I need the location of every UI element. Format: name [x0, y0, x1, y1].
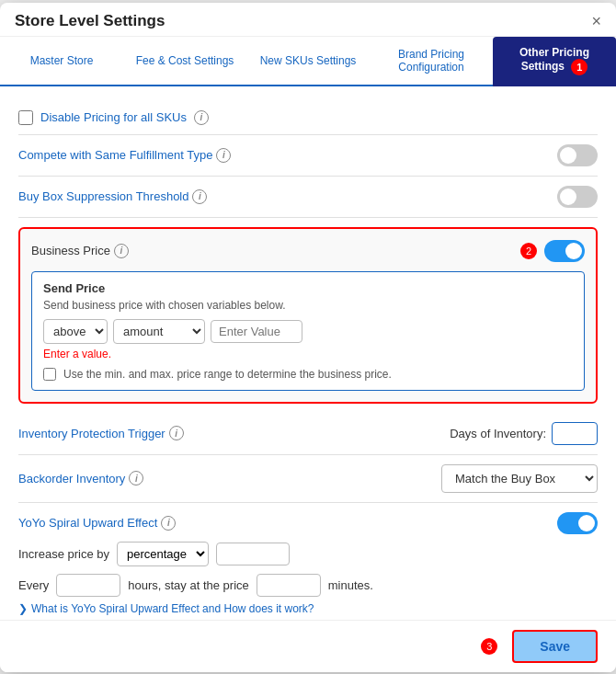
buybox-suppression-label: Buy Box Suppression Threshold i: [18, 189, 207, 204]
hours-input[interactable]: 12: [56, 574, 120, 597]
yoyo-section: YoYo Spiral Upward Effect i Increase pri…: [18, 503, 598, 620]
footer-badge: 3: [481, 638, 497, 655]
store-level-settings-modal: Store Level Settings × Master Store Fee …: [0, 3, 616, 672]
error-text: Enter a value.: [43, 348, 573, 360]
disable-pricing-info-icon[interactable]: i: [194, 110, 209, 125]
min-max-checkbox[interactable]: [43, 368, 56, 381]
backorder-info-icon[interactable]: i: [129, 471, 143, 486]
business-price-info-icon[interactable]: i: [114, 244, 129, 258]
business-price-header: Business Price i 2: [31, 240, 585, 262]
tab-master-store[interactable]: Master Store: [0, 37, 123, 86]
tab-fee-cost[interactable]: Fee & Cost Settings: [123, 37, 246, 86]
send-price-controls: above below at amount percentage: [43, 319, 573, 344]
yoyo-slider: [557, 512, 598, 534]
buybox-toggle[interactable]: [557, 186, 598, 208]
days-inventory: Days of Inventory: 5: [450, 422, 598, 445]
buybox-suppression-row: Buy Box Suppression Threshold i: [18, 177, 598, 218]
send-price-sub: Send business price with chosen variable…: [43, 299, 573, 312]
buybox-info-icon[interactable]: i: [192, 189, 207, 204]
tab-brand-pricing[interactable]: Brand Pricing Configuration: [370, 37, 493, 86]
compete-fulfillment-row: Compete with Same Fulfillment Type i: [18, 135, 598, 177]
backorder-label: Backorder Inventory i: [18, 471, 143, 486]
modal-body: Disable Pricing for all SKUs i Compete w…: [0, 86, 616, 620]
enter-value-input[interactable]: [211, 320, 302, 343]
compete-fulfillment-label: Compete with Same Fulfillment Type i: [18, 148, 231, 163]
yoyo-link[interactable]: ❯ What is YoYo Spiral Upward Effect and …: [18, 602, 598, 615]
amount-select[interactable]: amount percentage: [113, 319, 205, 344]
yoyo-increase-row: Increase price by percentage amount 10.0…: [18, 542, 598, 566]
backorder-select[interactable]: Match the Buy Box Other Option 1: [441, 464, 598, 493]
business-price-label: Business Price i: [31, 244, 129, 258]
business-price-toggle[interactable]: [544, 240, 585, 262]
modal-footer: 3 Save: [0, 620, 616, 672]
yoyo-toggle[interactable]: [557, 512, 598, 534]
send-price-box: Send Price Send business price with chos…: [31, 271, 585, 391]
buybox-slider: [557, 186, 598, 208]
min-max-check: Use the min. and max. price range to det…: [43, 368, 573, 381]
tab-other-pricing[interactable]: Other Pricing Settings 1: [493, 37, 616, 86]
inventory-info-icon[interactable]: i: [169, 426, 184, 440]
tab-new-skus[interactable]: New SKUs Settings: [246, 37, 370, 86]
yoyo-hours-row: Every 12 hours, stay at the price 20 min…: [18, 574, 598, 597]
percentage-value-input[interactable]: 10.00%: [216, 543, 290, 565]
modal-title: Store Level Settings: [15, 12, 165, 30]
compete-toggle[interactable]: [557, 144, 598, 166]
business-price-section: Business Price i 2 Send Price Send busin…: [18, 227, 598, 404]
disable-pricing-checkbox[interactable]: [18, 110, 33, 125]
business-price-badge: 2: [520, 243, 537, 259]
percentage-select[interactable]: percentage amount: [117, 542, 209, 566]
send-price-title: Send Price: [43, 281, 573, 295]
inventory-protection-label: Inventory Protection Trigger i: [18, 426, 184, 440]
close-button[interactable]: ×: [591, 13, 601, 29]
backorder-row: Backorder Inventory i Match the Buy Box …: [18, 455, 598, 503]
compete-info-icon[interactable]: i: [216, 148, 231, 163]
disable-pricing-label[interactable]: Disable Pricing for all SKUs i: [18, 110, 209, 125]
disable-pricing-row: Disable Pricing for all SKUs i: [18, 101, 598, 135]
modal-header: Store Level Settings ×: [0, 3, 616, 37]
yoyo-header: YoYo Spiral Upward Effect i: [18, 512, 598, 534]
above-select[interactable]: above below at: [43, 319, 108, 344]
inventory-protection-row: Inventory Protection Trigger i Days of I…: [18, 413, 598, 455]
backorder-select-wrapper: Match the Buy Box Other Option 1: [441, 464, 598, 493]
tab-bar: Master Store Fee & Cost Settings New SKU…: [0, 37, 616, 86]
yoyo-label: YoYo Spiral Upward Effect i: [18, 516, 176, 531]
business-price-slider: [544, 240, 585, 262]
minutes-input[interactable]: 20: [257, 574, 321, 597]
tab-other-pricing-badge: 1: [571, 59, 587, 75]
save-button[interactable]: Save: [512, 630, 598, 663]
days-value-input[interactable]: 5: [552, 422, 598, 445]
compete-slider: [557, 144, 598, 166]
yoyo-info-icon[interactable]: i: [161, 516, 176, 531]
